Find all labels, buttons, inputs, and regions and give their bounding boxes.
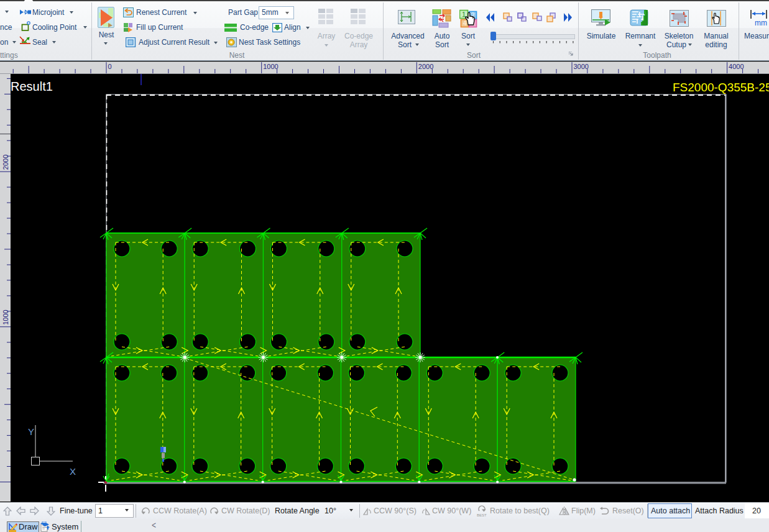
svg-text:3000: 3000 xyxy=(574,63,589,70)
svg-text:2000: 2000 xyxy=(418,63,433,70)
svg-text:2000: 2000 xyxy=(2,155,9,170)
svg-text:Y: Y xyxy=(28,426,34,437)
svg-text:0: 0 xyxy=(108,63,112,70)
svg-text:FS2000-Q355B-25: FS2000-Q355B-25 xyxy=(673,81,769,94)
svg-text:Result1: Result1 xyxy=(11,80,53,93)
svg-text:1000: 1000 xyxy=(263,63,278,70)
svg-text:1000: 1000 xyxy=(2,310,9,324)
svg-text:BEST: BEST xyxy=(477,513,487,517)
svg-text:mm: mm xyxy=(755,19,767,27)
svg-text:4000: 4000 xyxy=(729,63,744,70)
svg-text:X: X xyxy=(70,466,76,477)
